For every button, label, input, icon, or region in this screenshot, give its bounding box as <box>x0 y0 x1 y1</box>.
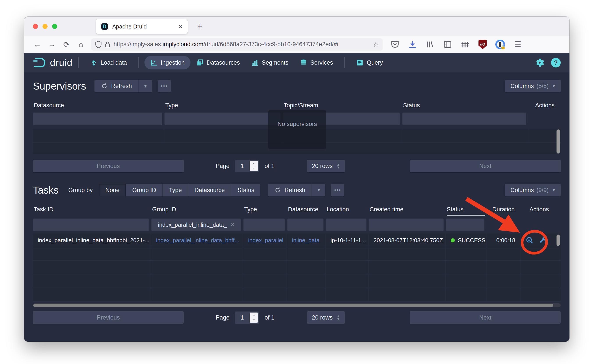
forward-icon[interactable]: → <box>45 40 59 49</box>
group-by-group-id-button[interactable]: Group ID <box>126 184 162 197</box>
tasks-columns-button[interactable]: Columns (9/9) ▾ <box>505 184 561 197</box>
empty-row <box>33 274 561 288</box>
group-by-none-button[interactable]: None <box>99 184 126 197</box>
supervisors-more-button[interactable]: ••• <box>158 80 171 93</box>
close-tab-icon[interactable]: ✕ <box>178 23 183 30</box>
page-stepper[interactable]: ⌃ ⌄ <box>250 161 258 171</box>
hamburger-menu-icon[interactable]: ☰ <box>511 38 525 51</box>
column-header[interactable]: Duration <box>486 206 521 216</box>
druid-logo[interactable]: druid <box>33 57 73 68</box>
group-id-link[interactable]: index_parallel_inline_data_bhff... <box>151 234 243 247</box>
fence-icon[interactable] <box>458 38 472 51</box>
refresh-icon <box>274 187 281 193</box>
tasks-horizontal-scrollbar[interactable] <box>33 303 561 307</box>
refresh-label: Refresh <box>284 187 305 194</box>
tasks-column-headers: Task ID Group ID Type Datasource Locatio… <box>33 206 561 216</box>
status-filter-input[interactable] <box>446 218 484 231</box>
reload-icon[interactable]: ⟳ <box>59 40 74 49</box>
location-filter-input[interactable] <box>326 218 366 231</box>
group-id-filter-input[interactable]: index_parallel_inline_data_ ✕ <box>151 218 241 231</box>
datasource-filter-input[interactable] <box>287 218 324 231</box>
nav-segments[interactable]: Segments <box>245 56 294 69</box>
location-cell: ip-10-1-11-1... <box>326 234 369 247</box>
close-window-button[interactable] <box>33 24 38 29</box>
clear-filter-icon[interactable]: ✕ <box>230 222 235 228</box>
next-page-button[interactable]: Next <box>410 311 561 324</box>
page-number-input[interactable]: 1 ⌃ ⌄ <box>235 311 259 324</box>
group-by-type-button[interactable]: Type <box>162 184 188 197</box>
next-page-button[interactable]: Next <box>410 160 561 172</box>
page-number-input[interactable]: 1 ⌃ ⌄ <box>235 160 259 172</box>
page-stepper[interactable]: ⌃ ⌄ <box>250 312 258 323</box>
home-icon[interactable]: ⌂ <box>74 40 88 49</box>
onepassword-icon[interactable]: 🔒 <box>493 38 507 51</box>
nav-services[interactable]: Services <box>294 56 339 69</box>
lock-icon[interactable] <box>105 41 110 48</box>
column-header[interactable]: Task ID <box>33 206 151 216</box>
tasks-scrollbar[interactable] <box>557 235 560 246</box>
task-row[interactable]: index_parallel_inline_data_bhffnpbi_2021… <box>33 234 561 247</box>
group-by-datasource-button[interactable]: Datasource <box>188 184 231 197</box>
column-header[interactable]: Created time <box>369 206 446 216</box>
supervisors-pagination: Previous Page 1 ⌃ ⌄ of 1 20 rows ▲▼ <box>33 160 561 172</box>
nav-ingestion[interactable]: Ingestion <box>144 56 190 69</box>
supervisors-columns-button[interactable]: Columns (5/5) ▾ <box>505 80 561 93</box>
help-icon[interactable]: ? <box>551 58 561 67</box>
tasks-refresh-button[interactable]: Refresh <box>268 184 312 197</box>
empty-row <box>33 247 561 261</box>
column-header[interactable]: Status <box>402 102 528 109</box>
druid-brand-text: druid <box>50 57 73 68</box>
zoom-window-button[interactable] <box>52 24 57 29</box>
nav-load-data[interactable]: Load data <box>84 56 133 69</box>
column-header-status-sorted[interactable]: Status <box>446 206 486 216</box>
back-icon[interactable]: ← <box>30 40 45 49</box>
column-header[interactable]: Datasource <box>33 102 164 109</box>
nav-label: Query <box>367 59 383 66</box>
previous-page-button[interactable]: Previous <box>33 160 184 172</box>
pocket-icon[interactable] <box>388 38 402 51</box>
group-by-status-button[interactable]: Status <box>231 184 260 197</box>
previous-page-button[interactable]: Previous <box>33 311 184 324</box>
column-header[interactable]: Group ID <box>151 206 243 216</box>
datasource-link[interactable]: inline_data <box>287 234 326 247</box>
bookmark-star-icon[interactable]: ☆ <box>373 40 379 48</box>
supervisors-refresh-dropdown[interactable]: ▾ <box>138 80 152 93</box>
type-link[interactable]: index_parallel <box>243 234 287 247</box>
new-tab-button[interactable]: + <box>197 21 203 32</box>
tasks-refresh-dropdown[interactable]: ▾ <box>312 184 325 197</box>
header-divider <box>344 57 345 68</box>
minimize-window-button[interactable] <box>42 24 47 29</box>
supervisors-scrollbar[interactable] <box>557 129 560 153</box>
type-filter-input[interactable] <box>164 112 281 125</box>
nav-datasources[interactable]: Datasources <box>190 56 246 69</box>
tasks-more-button[interactable]: ••• <box>331 184 344 197</box>
column-header[interactable]: Type <box>164 102 283 109</box>
settings-gear-icon[interactable] <box>535 58 545 67</box>
browser-tab[interactable]: D Apache Druid ✕ <box>96 19 188 34</box>
tracking-shield-icon[interactable] <box>95 41 102 48</box>
downloads-icon[interactable] <box>405 38 419 51</box>
task-id-filter-input[interactable] <box>33 218 149 231</box>
rows-per-page-select[interactable]: 20 rows ▲▼ <box>307 311 345 324</box>
rows-per-page-select[interactable]: 20 rows ▲▼ <box>307 160 345 172</box>
column-header[interactable]: Datasource <box>287 206 326 216</box>
nav-query[interactable]: Query <box>351 56 389 69</box>
column-header[interactable]: Type <box>243 206 287 216</box>
url-bar[interactable]: https://imply-sales.implycloud.com/druid… <box>91 38 383 51</box>
library-icon[interactable] <box>423 38 437 51</box>
nav-label: Services <box>310 59 333 66</box>
tasks-filter-row: index_parallel_inline_data_ ✕ <box>33 218 561 231</box>
column-header[interactable]: Location <box>326 206 369 216</box>
sidebar-icon[interactable] <box>441 38 455 51</box>
task-actions-wrench-icon[interactable] <box>539 237 547 244</box>
supervisors-refresh-button[interactable]: Refresh <box>94 80 139 93</box>
ingestion-icon <box>150 59 158 66</box>
task-detail-magnifier-icon[interactable] <box>526 236 533 244</box>
status-filter-input[interactable] <box>402 112 526 125</box>
ublock-origin-icon[interactable]: uO <box>476 38 490 51</box>
column-header[interactable]: Topic/Stream <box>283 102 402 109</box>
type-filter-input[interactable] <box>243 218 285 231</box>
datasource-filter-input[interactable] <box>33 112 162 125</box>
empty-row <box>33 288 561 302</box>
created-time-filter-input[interactable] <box>369 218 444 231</box>
